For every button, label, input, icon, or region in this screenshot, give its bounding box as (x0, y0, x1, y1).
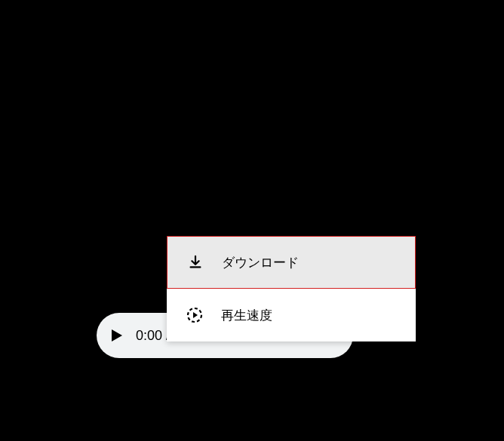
download-label: ダウンロード (222, 254, 299, 271)
playback-speed-icon (185, 305, 204, 325)
playback-speed-label: 再生速度 (221, 307, 272, 324)
playback-speed-menu-item[interactable]: 再生速度 (167, 289, 416, 341)
play-icon[interactable] (112, 329, 122, 341)
time-display: 0:00 / (136, 328, 170, 344)
download-menu-item[interactable]: ダウンロード (167, 236, 416, 289)
options-menu: ダウンロード 再生速度 (167, 236, 416, 341)
download-icon (186, 253, 205, 272)
